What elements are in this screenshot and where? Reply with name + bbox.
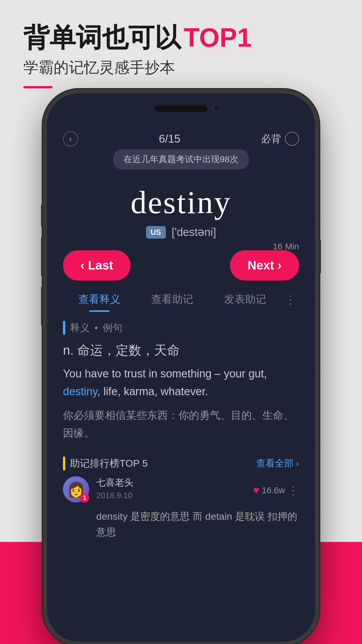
nav-buttons-area: 16 Min ‹ Last Next ›: [47, 244, 315, 286]
user-meta-row: 七喜老头 2018.9.10 ♥ 16.6w ⋮: [96, 476, 299, 504]
title-highlight: TOP1: [184, 23, 252, 52]
word-section: destiny US ['destəni]: [47, 175, 315, 244]
definition-label: 释义 • 例句: [63, 321, 299, 335]
phone-mockup: ‹ 6/15 必背 在近几年真题考试中出现98次 destiny: [47, 93, 315, 642]
word-display: destiny: [47, 184, 315, 221]
view-all-chevron-icon: ›: [296, 458, 299, 469]
heart-icon[interactable]: ♥: [253, 484, 259, 496]
must-memorize-toggle[interactable]: 必背: [261, 132, 299, 146]
memorize-circle-button[interactable]: [285, 132, 299, 146]
subtitle: 学霸的记忆灵感手抄本: [23, 57, 252, 78]
like-count: 16.6w: [262, 485, 285, 495]
header-section: 背单词也可以 TOP1 学霸的记忆灵感手抄本: [23, 23, 252, 88]
tab-definition[interactable]: 查看释义: [63, 292, 136, 312]
definition-pos: n. 命运，定数，天命: [63, 342, 299, 359]
example-sentence-en: You have to trust in something – your gu…: [63, 365, 299, 400]
tabs-more-button[interactable]: ⋮: [282, 293, 299, 312]
main-title: 背单词也可以 TOP1: [23, 23, 252, 52]
mnemonic-content: density 是密度的意思 而 detain 是耽误 扣押的意思: [96, 508, 299, 540]
silent-button: [41, 204, 45, 228]
view-all-label: 查看全部: [256, 457, 294, 470]
phone-body: ‹ 6/15 必背 在近几年真题考试中出现98次 destiny: [47, 93, 315, 642]
definition-label-bar: [63, 321, 65, 335]
mnemonic-entry: 👩 1 七喜老头 2018.9.10 ♥ 16.6w: [63, 476, 299, 540]
volume-up-button: [41, 236, 45, 277]
phone-screen: ‹ 6/15 必背 在近几年真题考试中出现98次 destiny: [47, 93, 315, 642]
definition-label-text: 释义: [70, 321, 90, 335]
mnemonics-section: 助记排行榜TOP 5 查看全部 › 👩 1: [47, 451, 315, 546]
avatar-container: 👩 1: [63, 476, 89, 503]
us-badge: US: [146, 226, 166, 239]
screen-content: ‹ 6/15 必背 在近几年真题考试中出现98次 destiny: [47, 123, 315, 642]
next-button[interactable]: Next ›: [230, 250, 299, 281]
must-memorize-label: 必背: [261, 132, 281, 146]
more-options-icon[interactable]: ⋮: [287, 484, 299, 497]
time-label: 16 Min: [273, 242, 299, 251]
phone-camera: [213, 104, 221, 112]
progress-indicator: 6/15: [159, 133, 180, 145]
example-suffix: , life, karma, whatever.: [97, 385, 208, 398]
power-button: [317, 239, 321, 274]
back-button[interactable]: ‹: [63, 131, 78, 146]
exam-tooltip: 在近几年真题考试中出现98次: [113, 149, 249, 169]
mnemonics-label-bar: [63, 456, 65, 470]
example-sentence-zh: 你必须要相信某些东西：你的勇气、目的、生命、 因缘。: [63, 406, 299, 442]
phonetic-text: ['destəni]: [172, 226, 216, 239]
user-info: 七喜老头 2018.9.10 ♥ 16.6w ⋮ density 是密度的意思 …: [96, 476, 299, 540]
rank-badge: 1: [80, 493, 89, 503]
definition-dot: •: [94, 322, 98, 334]
phone-topbar: ‹ 6/15 必背: [47, 123, 315, 149]
example-label: 例句: [103, 321, 122, 335]
mnemonics-label-group: 助记排行榜TOP 5: [63, 456, 148, 470]
example-prefix: You have to trust in something – your gu…: [63, 368, 267, 380]
red-underline-decoration: [23, 86, 52, 88]
view-all-button[interactable]: 查看全部 ›: [256, 457, 299, 470]
definition-section: 释义 • 例句 n. 命运，定数，天命 You have to trust in…: [47, 312, 315, 451]
phone-speaker: [155, 106, 207, 112]
tab-mnemonic-view[interactable]: 查看助记: [136, 292, 209, 312]
title-part1: 背单词也可以: [23, 23, 181, 52]
volume-down-button: [41, 286, 45, 327]
username: 七喜老头: [96, 476, 251, 489]
entry-date: 2018.9.10: [96, 491, 251, 500]
mnemonics-label-text: 助记排行榜TOP 5: [70, 457, 148, 470]
tab-mnemonic-post[interactable]: 发表助记: [209, 292, 282, 312]
example-word-highlight: destiny: [63, 385, 97, 398]
tabs-row: 查看释义 查看助记 发表助记 ⋮: [47, 286, 315, 312]
mnemonics-header: 助记排行榜TOP 5 查看全部 ›: [63, 456, 299, 470]
phonetic-section: US ['destəni]: [47, 226, 315, 239]
last-button[interactable]: ‹ Last: [63, 250, 131, 281]
